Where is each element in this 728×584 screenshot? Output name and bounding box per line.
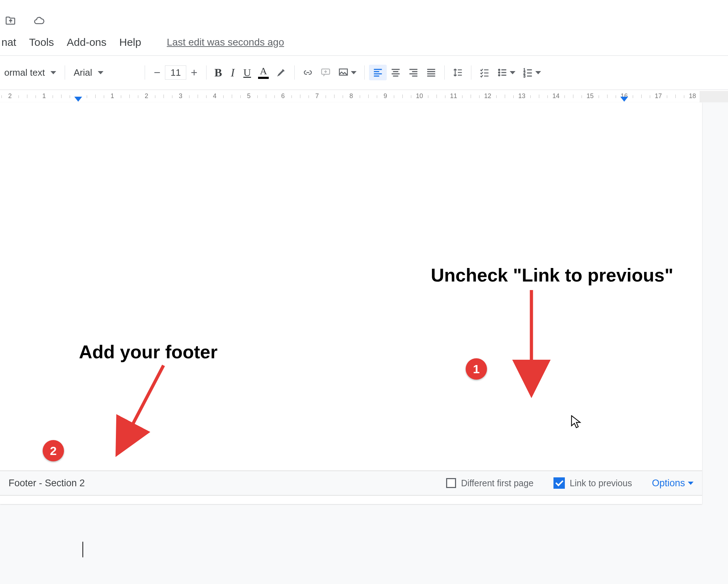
- annotation-arrow-2: [117, 365, 181, 452]
- paragraph-style-label: ormal text: [4, 67, 45, 78]
- ruler[interactable]: 21123456789101112131415161718: [0, 91, 696, 102]
- different-first-page-label: Different first page: [461, 478, 534, 488]
- svg-point-3: [498, 72, 500, 74]
- menu-help[interactable]: Help: [118, 34, 143, 50]
- toolbar-separator: [65, 65, 65, 80]
- chevron-down-icon: [510, 71, 515, 74]
- font-family-select[interactable]: Arial: [69, 67, 140, 78]
- align-left-button[interactable]: [369, 65, 387, 80]
- toolbar-separator: [471, 65, 471, 80]
- link-to-previous-checkbox[interactable]: [553, 477, 565, 489]
- move-file-icon[interactable]: [4, 14, 18, 28]
- toolbar-separator: [206, 65, 207, 80]
- annotation-badge-2: 2: [43, 440, 64, 461]
- italic-button[interactable]: I: [226, 65, 240, 80]
- annotation-arrow-1: [523, 290, 544, 391]
- link-to-previous-option[interactable]: Link to previous: [553, 477, 632, 489]
- paragraph-style-select[interactable]: ormal text: [0, 67, 60, 78]
- font-size-decrease-button[interactable]: −: [149, 65, 165, 80]
- text-cursor: [82, 542, 83, 557]
- highlight-button[interactable]: [272, 65, 290, 80]
- svg-line-9: [124, 365, 164, 440]
- footer-toolbar: Footer - Section 2 Different first page …: [0, 471, 702, 495]
- annotation-uncheck-label: Uncheck "Link to previous": [431, 264, 673, 286]
- toolbar-separator: [145, 65, 145, 80]
- bold-button[interactable]: B: [211, 65, 225, 80]
- toolbar-separator: [294, 65, 295, 80]
- font-family-label: Arial: [74, 67, 92, 78]
- chevron-down-icon: [50, 71, 56, 74]
- align-justify-button[interactable]: [422, 65, 440, 80]
- divider: [0, 55, 728, 56]
- ruler-margin-shade: [700, 91, 728, 102]
- different-first-page-option[interactable]: Different first page: [446, 478, 534, 488]
- svg-point-4: [498, 74, 500, 76]
- annotation-badge-1: 1: [466, 358, 487, 380]
- chevron-down-icon: [535, 71, 541, 74]
- bulleted-list-button[interactable]: [493, 65, 519, 80]
- footer-options-label: Options: [652, 478, 685, 489]
- toolbar: ormal text Arial − 11 + B I U A: [0, 63, 545, 82]
- font-size-input[interactable]: 11: [165, 65, 186, 80]
- document-page[interactable]: Uncheck "Link to previous" Add your foot…: [0, 102, 702, 504]
- different-first-page-checkbox[interactable]: [446, 478, 456, 488]
- toolbar-separator: [364, 65, 365, 80]
- font-size-increase-button[interactable]: +: [186, 65, 202, 80]
- chevron-down-icon: [351, 71, 357, 74]
- chevron-down-icon: [98, 71, 103, 74]
- align-right-button[interactable]: [405, 65, 422, 80]
- add-comment-button[interactable]: [317, 65, 334, 80]
- cloud-status-icon[interactable]: [32, 14, 46, 28]
- insert-image-button[interactable]: [334, 65, 360, 80]
- last-edit-link[interactable]: Last edit was seconds ago: [167, 37, 284, 48]
- underline-button[interactable]: U: [240, 65, 255, 80]
- text-color-button[interactable]: A: [255, 65, 272, 80]
- chevron-down-icon: [688, 482, 694, 485]
- toolbar-separator: [444, 65, 445, 80]
- menu-addons[interactable]: Add-ons: [65, 34, 108, 50]
- svg-point-2: [498, 69, 500, 71]
- menu-tools[interactable]: Tools: [28, 34, 55, 50]
- footer-options-button[interactable]: Options: [652, 478, 694, 489]
- menu-format[interactable]: nat: [0, 34, 18, 50]
- mouse-cursor-icon: [571, 415, 581, 430]
- menu-bar: nat Tools Add-ons Help Last edit was sec…: [0, 34, 284, 50]
- divider: [0, 90, 728, 90]
- svg-text:3: 3: [524, 74, 526, 78]
- checklist-button[interactable]: [476, 65, 493, 80]
- insert-link-button[interactable]: [299, 65, 317, 80]
- annotation-addfooter-label: Add your footer: [79, 341, 218, 363]
- footer-section-label: Footer - Section 2: [9, 478, 85, 489]
- link-to-previous-label: Link to previous: [570, 478, 632, 488]
- numbered-list-button[interactable]: 123: [519, 65, 545, 80]
- font-size-control: − 11 +: [149, 65, 202, 80]
- page-container: Uncheck "Link to previous" Add your foot…: [0, 102, 728, 584]
- line-spacing-button[interactable]: [449, 65, 467, 80]
- align-center-button[interactable]: [387, 65, 405, 80]
